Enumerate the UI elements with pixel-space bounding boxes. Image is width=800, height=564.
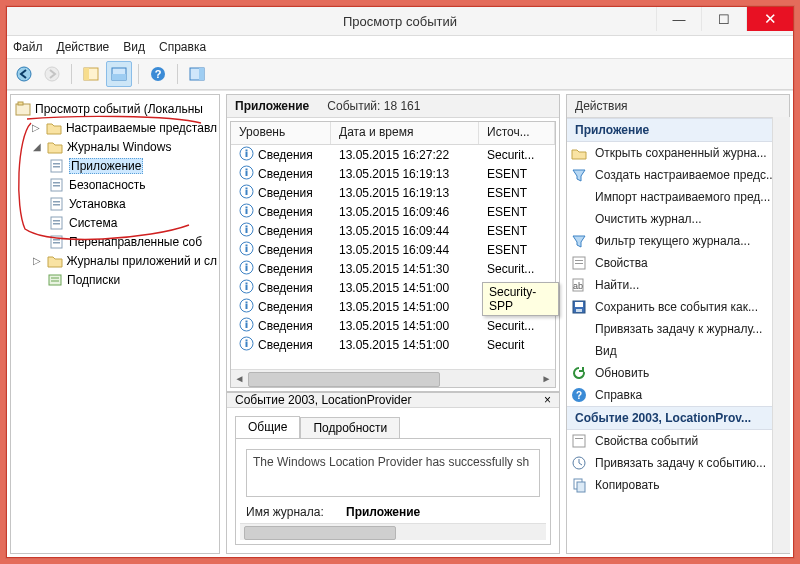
action-properties[interactable]: Свойства: [567, 252, 789, 274]
svg-rect-67: [575, 302, 583, 307]
svg-rect-9: [199, 68, 204, 80]
properties-icon: [571, 433, 587, 449]
tab-general[interactable]: Общие: [235, 416, 300, 438]
svg-rect-57: [246, 320, 248, 322]
info-icon: [239, 222, 254, 240]
collapse-icon[interactable]: ◢: [31, 141, 43, 152]
event-row[interactable]: Сведения13.05.2015 14:51:00Securit...: [231, 316, 555, 335]
col-source[interactable]: Источ...: [479, 122, 555, 144]
copy-icon: [571, 477, 587, 493]
show-tree-button[interactable]: [78, 61, 104, 87]
detail-h-scrollbar[interactable]: [240, 523, 546, 540]
svg-rect-53: [246, 304, 248, 309]
action-find[interactable]: abНайти...: [567, 274, 789, 296]
help-button[interactable]: ?: [145, 61, 171, 87]
event-row[interactable]: Сведения13.05.2015 14:51:00Securit: [231, 335, 555, 354]
minimize-button[interactable]: —: [656, 7, 701, 31]
forward-button[interactable]: [39, 61, 65, 87]
log-icon: [49, 158, 65, 174]
menu-action[interactable]: Действие: [57, 40, 110, 54]
action-copy[interactable]: Копировать▸: [567, 474, 789, 496]
detail-close-icon[interactable]: ×: [544, 393, 551, 407]
svg-rect-44: [246, 247, 248, 252]
svg-rect-48: [246, 263, 248, 265]
list-h-scrollbar[interactable]: ◄ ►: [231, 369, 555, 387]
menu-file[interactable]: Файл: [13, 40, 43, 54]
event-row[interactable]: Сведения13.05.2015 14:51:30Securit...: [231, 259, 555, 278]
titlebar: Просмотр событий — ☐ ✕: [7, 7, 793, 36]
svg-rect-68: [576, 309, 582, 312]
find-icon: ab: [571, 277, 587, 293]
info-icon: [239, 279, 254, 297]
svg-rect-5: [112, 74, 126, 80]
close-button[interactable]: ✕: [746, 7, 793, 31]
back-button[interactable]: [11, 61, 37, 87]
action-import-custom-view[interactable]: Импорт настраиваемого пред...: [567, 186, 789, 208]
menu-view[interactable]: Вид: [123, 40, 145, 54]
action-help[interactable]: ?Справка▸: [567, 384, 789, 406]
maximize-button[interactable]: ☐: [701, 7, 746, 31]
svg-rect-54: [246, 301, 248, 303]
action-event-attach-task[interactable]: Привязать задачу к событию...: [567, 452, 789, 474]
tab-details[interactable]: Подробности: [300, 417, 400, 439]
tree-subscriptions[interactable]: Подписки: [13, 270, 217, 289]
svg-rect-60: [246, 339, 248, 341]
action-save-all-events[interactable]: Сохранить все события как...: [567, 296, 789, 318]
event-row[interactable]: Сведения13.05.2015 16:19:13ESENT: [231, 164, 555, 183]
show-preview-button[interactable]: [106, 61, 132, 87]
scroll-left-icon[interactable]: ◄: [231, 370, 248, 387]
action-pane-button[interactable]: [184, 61, 210, 87]
svg-rect-14: [53, 166, 60, 168]
event-viewer-icon: [15, 101, 31, 117]
tree-pane: Просмотр событий (Локальны ▷Настраиваемы…: [10, 94, 220, 554]
event-row[interactable]: Сведения13.05.2015 16:27:22Securit...: [231, 145, 555, 164]
col-level[interactable]: Уровень: [231, 122, 331, 144]
tree-application[interactable]: Приложение: [13, 156, 217, 175]
action-event-properties[interactable]: Свойства событий: [567, 430, 789, 452]
menubar: Файл Действие Вид Справка: [7, 36, 793, 59]
action-attach-task[interactable]: Привязать задачу к журналу...: [567, 318, 789, 340]
expand-icon[interactable]: ▷: [31, 255, 43, 266]
action-refresh[interactable]: Обновить: [567, 362, 789, 384]
tree-system[interactable]: Система: [13, 213, 217, 232]
svg-text:?: ?: [155, 68, 162, 80]
task-icon: [571, 455, 587, 471]
svg-rect-35: [246, 190, 248, 195]
actions-v-scrollbar[interactable]: [772, 117, 790, 553]
svg-text:?: ?: [576, 390, 582, 401]
action-create-custom-view[interactable]: Создать настраиваемое предс...: [567, 164, 789, 186]
scroll-right-icon[interactable]: ►: [538, 370, 555, 387]
tree-root[interactable]: Просмотр событий (Локальны: [13, 99, 217, 118]
event-row[interactable]: Сведения13.05.2015 16:19:13ESENT: [231, 183, 555, 202]
expand-icon[interactable]: ▷: [31, 122, 42, 133]
svg-rect-63: [575, 263, 583, 264]
svg-rect-71: [573, 435, 585, 447]
tree-security[interactable]: Безопасность: [13, 175, 217, 194]
tree-forwarded[interactable]: Перенаправленные соб: [13, 232, 217, 251]
action-open-saved-log[interactable]: Открыть сохраненный журна...: [567, 142, 789, 164]
event-row[interactable]: Сведения13.05.2015 16:09:46ESENT: [231, 202, 555, 221]
action-clear-log[interactable]: Очистить журнал...: [567, 208, 789, 230]
col-datetime[interactable]: Дата и время: [331, 122, 479, 144]
center-pane: Приложение Событий: 18 161 Уровень Дата …: [223, 91, 563, 557]
tree-custom-views[interactable]: ▷Настраиваемые представл: [13, 118, 217, 137]
event-row[interactable]: Сведения13.05.2015 16:09:44ESENT: [231, 221, 555, 240]
menu-help[interactable]: Справка: [159, 40, 206, 54]
svg-rect-27: [49, 275, 61, 285]
column-headers: Уровень Дата и время Источ...: [231, 122, 555, 145]
svg-rect-30: [246, 149, 248, 151]
action-filter-log[interactable]: Фильтр текущего журнала...: [567, 230, 789, 252]
svg-rect-59: [246, 342, 248, 347]
svg-rect-41: [246, 228, 248, 233]
action-view-submenu[interactable]: Вид▸: [567, 340, 789, 362]
tree-windows-logs[interactable]: ◢Журналы Windows: [13, 137, 217, 156]
info-icon: [239, 146, 254, 164]
svg-rect-38: [246, 209, 248, 214]
tree-setup[interactable]: Установка: [13, 194, 217, 213]
event-row[interactable]: Сведения13.05.2015 16:09:44ESENT: [231, 240, 555, 259]
svg-rect-26: [53, 242, 60, 244]
svg-rect-33: [246, 168, 248, 170]
list-header: Приложение Событий: 18 161: [227, 95, 559, 118]
tree-app-service-logs[interactable]: ▷Журналы приложений и сл: [13, 251, 217, 270]
svg-rect-62: [575, 260, 583, 261]
